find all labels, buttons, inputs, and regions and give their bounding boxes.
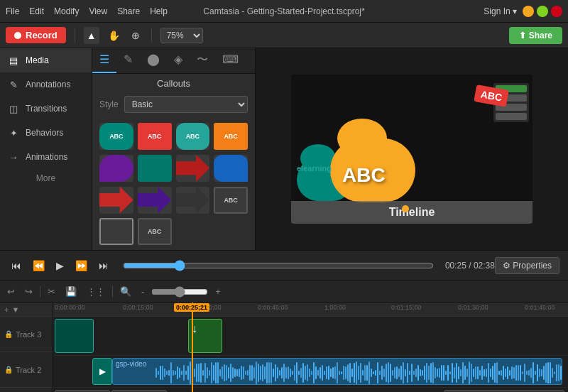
- signin-button[interactable]: Sign In ▾: [484, 6, 517, 16]
- cut-button[interactable]: ✂: [45, 285, 58, 298]
- maximize-button[interactable]: [537, 6, 548, 17]
- save-button[interactable]: 💾: [62, 285, 80, 298]
- playhead-slider[interactable]: [123, 260, 434, 271]
- frame-forward-button[interactable]: ⏩: [72, 257, 90, 274]
- menu-help[interactable]: Help: [150, 6, 168, 16]
- current-time: 00:25: [445, 261, 466, 271]
- track-header-row: + ▼: [0, 303, 53, 317]
- titlebar: File Edit Modify View Share Help Camtasi…: [0, 0, 568, 23]
- time-separator: /: [469, 261, 474, 271]
- hand-tool-button[interactable]: ✋: [105, 27, 123, 44]
- collapse-button[interactable]: ▼: [11, 305, 19, 314]
- callout-dark[interactable]: [176, 187, 210, 214]
- share-button[interactable]: ⬆ Share: [509, 27, 562, 44]
- style-label: Style: [99, 99, 119, 109]
- redo-button[interactable]: ↪: [22, 285, 36, 298]
- callout-outline[interactable]: ABC: [214, 187, 248, 214]
- callout-bubble-teal[interactable]: ABC: [99, 123, 133, 150]
- callout-arrow-red[interactable]: [176, 155, 210, 182]
- split-button[interactable]: ⋮⋮: [84, 285, 108, 298]
- callout-outline-abc[interactable]: ABC: [138, 218, 172, 245]
- callout-rect-yellow[interactable]: ABC: [214, 123, 248, 150]
- preview-abc-text: ABC: [342, 164, 386, 187]
- tracks-container[interactable]: 0:00:00;00 0:00:15;00 0:00:30;00 0:00:45…: [53, 303, 568, 392]
- skip-back-button[interactable]: ⏮: [9, 257, 24, 274]
- zoom-plus-button[interactable]: +: [212, 285, 224, 298]
- frame-back-button[interactable]: ⏪: [30, 257, 48, 274]
- callout-arrow-purple[interactable]: [138, 187, 172, 214]
- timeline-zoom-slider[interactable]: [151, 286, 208, 298]
- callout-rect-teal2[interactable]: [138, 155, 172, 182]
- track-3-row[interactable]: ↓: [53, 317, 568, 356]
- track-2-clip-icon[interactable]: ▶: [92, 358, 112, 385]
- sidebar-item-transitions[interactable]: ◫ Transitions: [0, 97, 92, 121]
- close-button[interactable]: [551, 6, 562, 17]
- play-button[interactable]: ▶: [53, 257, 67, 274]
- more-button[interactable]: More: [0, 169, 92, 187]
- menu-file[interactable]: File: [6, 6, 19, 16]
- record-button[interactable]: Record: [6, 27, 66, 43]
- properties-button[interactable]: ⚙ Properties: [495, 257, 559, 274]
- preview-canvas: elearning ABC ABC Timeline: [291, 75, 532, 224]
- tab-pen[interactable]: ✎: [116, 48, 140, 73]
- main-toolbar: Record ▲ ✋ ⊕ 75% ⬆ Share: [0, 23, 568, 48]
- sidebar-item-media[interactable]: ▤ Media: [0, 48, 92, 72]
- track-2-waveform-clip[interactable]: gsp-video: [112, 358, 562, 385]
- sidebar-item-behaviors[interactable]: ✦ Behaviors: [0, 121, 92, 145]
- track-label-1: 🔒 Track 1: [0, 388, 53, 392]
- tab-keyboard[interactable]: ⌨: [215, 48, 246, 73]
- animations-icon: →: [7, 151, 20, 163]
- track-labels: + ▼ 🔒 Track 3 🔒 Track 2 🔒 Track 1: [0, 303, 53, 392]
- transitions-icon: ◫: [7, 102, 20, 115]
- undo-button[interactable]: ↩: [4, 285, 18, 298]
- callout-bubble-teal2[interactable]: ABC: [176, 123, 210, 150]
- preview-elearning-text: elearning: [297, 164, 332, 173]
- callout-outline2[interactable]: [99, 218, 133, 245]
- menu-view[interactable]: View: [89, 6, 107, 16]
- track-3-clip-1[interactable]: [55, 319, 94, 353]
- preview-timeline-bar: Timeline: [291, 201, 532, 224]
- lock-icon-3: 🔒: [4, 330, 13, 338]
- timeline: ↩ ↪ ✂ 💾 ⋮⋮ 🔍 - + + ▼ 🔒 Track 3 🔒 Track 2: [0, 281, 568, 392]
- skip-forward-button[interactable]: ⏭: [96, 257, 111, 274]
- zoom-level-select[interactable]: 75%: [160, 28, 203, 43]
- track-1-row[interactable]: firefly firefly firefly: [53, 388, 568, 392]
- window-title: Camtasia - Getting-Started-Project.tscpr…: [203, 6, 364, 16]
- timeline-progress: [123, 260, 434, 271]
- callout-rect-red[interactable]: ABC: [138, 123, 172, 150]
- menu-modify[interactable]: Modify: [54, 6, 79, 16]
- callout-bubble-purple[interactable]: [99, 155, 133, 182]
- tab-callouts-list[interactable]: ☰: [92, 48, 116, 73]
- menu-share[interactable]: Share: [117, 6, 140, 16]
- callout-arrow-red2[interactable]: [99, 187, 133, 214]
- annotations-icon: ✎: [7, 78, 20, 91]
- callouts-panel: ☰ ✎ ⬤ ◈ 〜 ⌨ Callouts Style Basic ABC ABC…: [92, 48, 256, 250]
- tab-fill[interactable]: ◈: [167, 48, 190, 73]
- playhead-line: [192, 303, 193, 392]
- sidebar-item-animations[interactable]: → Animations: [0, 145, 92, 169]
- window-controls: [523, 6, 562, 17]
- crop-tool-button[interactable]: ⊕: [129, 27, 143, 44]
- style-select[interactable]: Basic: [124, 96, 248, 113]
- main-area: ▤ Media ✎ Annotations ◫ Transitions ✦ Be…: [0, 48, 568, 250]
- sidebar-item-annotations[interactable]: ✎ Annotations: [0, 72, 92, 97]
- callout-speech-bubble[interactable]: [214, 155, 248, 182]
- minimize-button[interactable]: [523, 6, 534, 17]
- track-label-2: 🔒 Track 2: [0, 352, 53, 388]
- cursor-tool-button[interactable]: ▲: [84, 27, 99, 44]
- zoom-out-button[interactable]: -: [138, 285, 147, 298]
- track-3-clip-2[interactable]: ↓: [188, 319, 222, 353]
- tab-shape[interactable]: ⬤: [140, 48, 167, 73]
- menu-edit[interactable]: Edit: [29, 6, 44, 16]
- behaviors-icon: ✦: [7, 126, 20, 139]
- add-track-button[interactable]: +: [4, 305, 9, 314]
- track-label-3: 🔒 Track 3: [0, 317, 53, 352]
- zoom-in-button[interactable]: 🔍: [117, 285, 134, 298]
- track-2-row[interactable]: ▶ gsp-video: [53, 356, 568, 388]
- media-label: Media: [26, 55, 49, 65]
- title-right-controls: Sign In ▾: [484, 6, 562, 17]
- preview-strip-4: [496, 113, 527, 120]
- tab-motion[interactable]: 〜: [190, 48, 215, 73]
- tl-sep-1: [40, 286, 40, 298]
- record-circle-icon: [14, 32, 21, 39]
